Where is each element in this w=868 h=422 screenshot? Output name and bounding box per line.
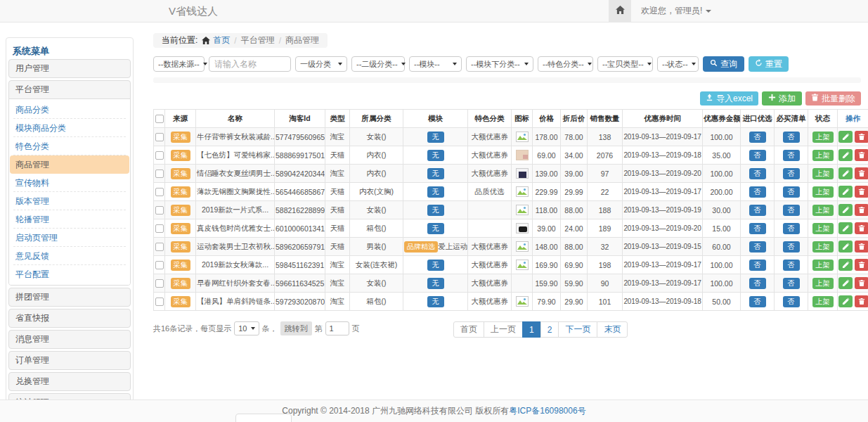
- page-size-select[interactable]: 10: [234, 321, 259, 335]
- sidebar-item-platform-header[interactable]: 平台管理: [9, 81, 130, 98]
- delete-button[interactable]: [855, 186, 868, 198]
- status-badge[interactable]: 上架: [812, 168, 834, 179]
- status-badge[interactable]: 上架: [812, 278, 834, 289]
- delete-button[interactable]: [855, 295, 868, 307]
- must-buy-badge[interactable]: 否: [783, 260, 800, 271]
- sidebar-item-express[interactable]: 省直快报: [8, 309, 131, 328]
- edit-button[interactable]: [838, 149, 853, 161]
- module-select[interactable]: --模块--: [409, 56, 462, 72]
- row-checkbox[interactable]: [155, 261, 164, 269]
- sidebar-subitem[interactable]: 版本管理: [9, 192, 130, 210]
- sidebar-subitem[interactable]: 商品管理: [10, 155, 129, 174]
- pager-next[interactable]: 下一页: [558, 321, 597, 338]
- status-badge[interactable]: 上架: [812, 205, 834, 216]
- pager-page-2[interactable]: 2: [540, 321, 559, 338]
- name-input[interactable]: [209, 56, 291, 72]
- pager-page-1[interactable]: 1: [522, 321, 541, 338]
- edit-button[interactable]: [838, 131, 853, 143]
- row-checkbox[interactable]: [155, 206, 164, 215]
- data-source-select[interactable]: --数据来源--: [153, 56, 205, 72]
- imported-badge[interactable]: 否: [749, 278, 766, 289]
- sidebar-subitem[interactable]: 意见反馈: [9, 247, 130, 265]
- must-buy-badge[interactable]: 否: [783, 186, 800, 198]
- category2-select[interactable]: --二级分类--: [351, 56, 405, 72]
- delete-button[interactable]: [855, 131, 868, 143]
- status-select[interactable]: --状态--: [657, 56, 699, 72]
- sidebar-subitem[interactable]: 宣传物料: [9, 174, 130, 192]
- import-excel-button[interactable]: 导入excel: [700, 91, 758, 106]
- imported-badge[interactable]: 否: [749, 132, 766, 143]
- delete-button[interactable]: [855, 167, 868, 179]
- row-checkbox[interactable]: [155, 243, 164, 251]
- select-all-checkbox[interactable]: [155, 115, 164, 123]
- status-badge[interactable]: 上架: [812, 260, 834, 271]
- must-buy-badge[interactable]: 否: [783, 278, 800, 289]
- imported-badge[interactable]: 否: [749, 241, 766, 252]
- imported-badge[interactable]: 否: [749, 150, 766, 161]
- imported-badge[interactable]: 否: [749, 296, 766, 307]
- sidebar-item-orders[interactable]: 订单管理: [8, 351, 131, 370]
- sidebar-subitem[interactable]: 特色分类: [9, 137, 130, 155]
- category1-select[interactable]: 一级分类: [295, 56, 347, 72]
- must-buy-badge[interactable]: 否: [783, 223, 800, 234]
- imported-badge[interactable]: 否: [749, 168, 766, 179]
- nav-home-button[interactable]: [609, 0, 631, 22]
- row-checkbox[interactable]: [155, 224, 164, 233]
- must-buy-badge[interactable]: 否: [783, 132, 800, 143]
- status-badge[interactable]: 上架: [812, 223, 834, 234]
- edit-button[interactable]: [838, 167, 853, 179]
- delete-button[interactable]: [855, 204, 868, 216]
- delete-button[interactable]: [855, 149, 868, 161]
- pager-prev[interactable]: 上一页: [484, 321, 523, 338]
- must-buy-badge[interactable]: 否: [783, 168, 800, 179]
- row-checkbox[interactable]: [155, 133, 164, 141]
- item-type-select[interactable]: --宝贝类型--: [597, 56, 653, 72]
- edit-button[interactable]: [838, 222, 853, 234]
- must-buy-badge[interactable]: 否: [783, 205, 800, 216]
- sidebar-subitem[interactable]: 模块商品分类: [9, 119, 130, 137]
- reset-button[interactable]: 重置: [749, 56, 789, 72]
- user-menu[interactable]: 欢迎您，管理员!: [641, 5, 711, 17]
- edit-button[interactable]: [838, 259, 853, 271]
- row-checkbox[interactable]: [155, 298, 164, 306]
- sidebar-subitem[interactable]: 商品分类: [9, 101, 130, 119]
- edit-button[interactable]: [838, 204, 853, 216]
- query-button[interactable]: 查询: [703, 56, 744, 72]
- status-badge[interactable]: 上架: [812, 296, 834, 307]
- edit-button[interactable]: [838, 186, 853, 198]
- delete-button[interactable]: [855, 222, 868, 234]
- edit-button[interactable]: [838, 241, 853, 252]
- feature-select[interactable]: --特色分类--: [538, 56, 593, 72]
- sidebar-subitem[interactable]: 平台配置: [9, 265, 130, 283]
- page-number-input[interactable]: [325, 321, 349, 335]
- row-checkbox[interactable]: [155, 188, 164, 196]
- pager-first[interactable]: 首页: [453, 321, 484, 338]
- status-badge[interactable]: 上架: [812, 132, 834, 143]
- row-checkbox[interactable]: [155, 279, 164, 288]
- sidebar-subitem[interactable]: 轮播管理: [9, 210, 130, 229]
- sidebar-subitem[interactable]: 启动页管理: [9, 229, 130, 247]
- status-badge[interactable]: 上架: [812, 241, 834, 252]
- sidebar-item-users[interactable]: 用户管理: [8, 59, 131, 78]
- row-checkbox[interactable]: [155, 151, 164, 160]
- row-checkbox[interactable]: [155, 170, 164, 178]
- imported-badge[interactable]: 否: [749, 186, 766, 198]
- pager-last[interactable]: 末页: [597, 321, 628, 338]
- must-buy-badge[interactable]: 否: [783, 241, 800, 252]
- edit-button[interactable]: [838, 277, 853, 289]
- imported-badge[interactable]: 否: [749, 205, 766, 216]
- must-buy-badge[interactable]: 否: [783, 150, 800, 161]
- icp-link[interactable]: 粤ICP备16098006号: [509, 405, 585, 417]
- status-badge[interactable]: 上架: [812, 186, 834, 198]
- sidebar-item-exchange[interactable]: 兑换管理: [8, 372, 131, 391]
- edit-button[interactable]: [838, 295, 853, 307]
- delete-button[interactable]: [855, 277, 868, 289]
- module-sub-select[interactable]: --模块下分类--: [466, 56, 533, 72]
- imported-badge[interactable]: 否: [749, 223, 766, 234]
- sidebar-item-messages[interactable]: 消息管理: [8, 330, 131, 349]
- sidebar-item-groupbuy[interactable]: 拼团管理: [8, 288, 131, 307]
- status-badge[interactable]: 上架: [812, 150, 834, 161]
- batch-delete-button[interactable]: 批量删除: [805, 91, 861, 106]
- jump-button[interactable]: 跳转到: [280, 321, 312, 335]
- delete-button[interactable]: [855, 259, 868, 271]
